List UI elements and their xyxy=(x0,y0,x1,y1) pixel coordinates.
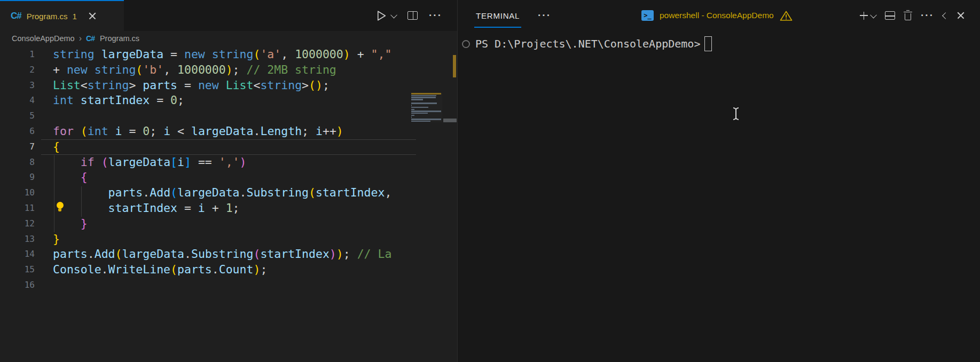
csharp-icon: C# xyxy=(11,11,21,21)
code-line[interactable]: 12 } xyxy=(0,216,457,232)
code-line[interactable]: 4int startIndex = 0; xyxy=(0,93,457,108)
code-line-text: if (largeData[i] == ',') xyxy=(41,155,416,170)
close-panel-icon[interactable] xyxy=(957,12,965,20)
tab-badge: 1 xyxy=(72,12,76,21)
line-number: 15 xyxy=(0,262,35,278)
code-line[interactable]: 6for (int i = 0; i < largeData.Length; i… xyxy=(0,124,457,139)
code-line-text: parts.Add(largeData.Substring(startIndex… xyxy=(41,247,416,262)
line-number: 16 xyxy=(0,278,35,293)
code-line-text: for (int i = 0; i < largeData.Length; i+… xyxy=(41,124,416,139)
line-number: 11 xyxy=(0,201,35,216)
line-number: 5 xyxy=(0,108,35,124)
minimap-line xyxy=(411,93,441,95)
line-number: 8 xyxy=(0,155,35,170)
breadcrumb-separator-icon: › xyxy=(79,34,82,43)
minimap-line xyxy=(411,119,441,120)
kill-terminal-icon[interactable] xyxy=(904,12,912,21)
line-number: 2 xyxy=(0,62,35,78)
line-number: 12 xyxy=(0,216,35,232)
terminal-body[interactable]: PS D:\Projects\.NET\ConsoleAppDemo> xyxy=(458,31,980,362)
code-line[interactable]: 9 { xyxy=(0,170,457,185)
minimap-line xyxy=(411,121,430,122)
code-rows: 1string largeData = new string('a', 1000… xyxy=(0,46,457,293)
breadcrumb-file[interactable]: Program.cs xyxy=(100,34,139,43)
split-editor-icon[interactable] xyxy=(407,11,418,20)
mouse-cursor xyxy=(732,106,740,123)
code-line[interactable]: 13} xyxy=(0,232,457,247)
code-line-text xyxy=(41,278,416,293)
close-icon[interactable] xyxy=(89,12,97,20)
code-line-text: { xyxy=(41,139,416,155)
code-line[interactable]: 1string largeData = new string('a', 1000… xyxy=(0,47,457,62)
minimap-line xyxy=(411,97,436,98)
code-line[interactable]: 16 xyxy=(0,278,457,293)
code-line-text: Console.WriteLine(parts.Count); xyxy=(41,262,416,278)
minimap[interactable] xyxy=(411,93,442,122)
active-tab-underline xyxy=(474,27,521,28)
code-line[interactable]: 3List<string> parts = new List<string>()… xyxy=(0,78,457,93)
chevron-down-icon[interactable] xyxy=(870,11,877,18)
editor-group: C# Program.cs 1 ··· ConsoleAppDemo › C# xyxy=(0,0,457,362)
terminal-session-item[interactable]: >_ powershell - ConsoleAppDemo xyxy=(641,0,793,31)
code-line-text: } xyxy=(41,232,416,247)
panel-header: TERMINAL ··· >_ powershell - ConsoleAppD… xyxy=(458,0,980,31)
minimap-line xyxy=(411,109,414,111)
minimap-line xyxy=(411,111,441,112)
more-actions-icon[interactable]: ··· xyxy=(921,13,934,18)
panel-more-actions[interactable]: ··· xyxy=(538,0,551,31)
lightbulb-icon[interactable] xyxy=(55,202,65,213)
minimap-line xyxy=(411,113,428,114)
indent-guide xyxy=(81,186,82,217)
tab-program-cs[interactable]: C# Program.cs 1 xyxy=(0,0,124,31)
split-terminal-icon[interactable] xyxy=(885,11,895,20)
breadcrumb: ConsoleAppDemo › C# Program.cs xyxy=(0,31,457,46)
command-decoration-icon[interactable] xyxy=(462,40,470,48)
indent-guide xyxy=(54,155,54,232)
terminal-prompt: PS D:\Projects\.NET\ConsoleAppDemo> xyxy=(475,37,700,50)
code-line[interactable]: 5 xyxy=(0,108,457,124)
editor-actions: ··· xyxy=(374,0,457,31)
terminal-session-label: powershell - ConsoleAppDemo xyxy=(660,11,774,20)
minimap-line xyxy=(411,107,428,108)
code-editor[interactable]: 1string largeData = new string('a', 1000… xyxy=(0,46,457,362)
terminal-prompt-line: PS D:\Projects\.NET\ConsoleAppDemo> xyxy=(458,31,980,51)
minimap-line xyxy=(411,99,423,100)
tab-terminal[interactable]: TERMINAL xyxy=(476,0,520,31)
more-actions-icon[interactable]: ··· xyxy=(429,13,442,18)
code-line-text: { xyxy=(41,170,416,185)
code-line-text: List<string> parts = new List<string>(); xyxy=(41,78,416,93)
code-line-text: startIndex = i + 1; xyxy=(41,201,416,216)
tab-label: Program.cs xyxy=(27,12,68,21)
line-number: 14 xyxy=(0,247,35,262)
chevron-left-icon[interactable] xyxy=(942,12,949,19)
terminal-tab-label: TERMINAL xyxy=(476,11,520,20)
code-line[interactable]: 14parts.Add(largeData.Substring(startInd… xyxy=(0,247,457,262)
warning-icon xyxy=(780,10,793,21)
code-line-text: parts.Add(largeData.Substring(startIndex… xyxy=(41,185,416,201)
code-line[interactable]: 2+ new string('b', 1000000); // 2MB stri… xyxy=(0,62,457,78)
code-line[interactable]: 8 if (largeData[i] == ',') xyxy=(0,155,457,170)
csharp-icon: C# xyxy=(86,34,95,43)
code-line[interactable]: 7{ xyxy=(0,139,457,155)
code-line-text: } xyxy=(41,216,416,232)
line-number: 3 xyxy=(0,78,35,93)
scrollbar-thumb[interactable] xyxy=(443,119,457,122)
minimap-line xyxy=(411,116,412,118)
line-number: 1 xyxy=(0,47,35,62)
editor-tab-bar: C# Program.cs 1 ··· xyxy=(0,0,457,31)
code-line[interactable]: 11 startIndex = i + 1; xyxy=(0,201,457,216)
code-line-text xyxy=(41,108,416,124)
terminal-cursor xyxy=(704,36,712,51)
line-number: 13 xyxy=(0,232,35,247)
run-button[interactable] xyxy=(374,9,396,22)
new-terminal-button[interactable] xyxy=(860,12,876,20)
line-number: 10 xyxy=(0,185,35,201)
chevron-down-icon[interactable] xyxy=(390,11,397,18)
minimap-line xyxy=(411,115,414,116)
code-line-text: string largeData = new string('a', 10000… xyxy=(41,47,416,62)
minimap-line xyxy=(411,105,412,106)
breadcrumb-folder[interactable]: ConsoleAppDemo xyxy=(12,34,75,43)
minimap-line xyxy=(411,95,436,97)
code-line[interactable]: 15Console.WriteLine(parts.Count); xyxy=(0,262,457,278)
code-line[interactable]: 10 parts.Add(largeData.Substring(startIn… xyxy=(0,185,457,201)
